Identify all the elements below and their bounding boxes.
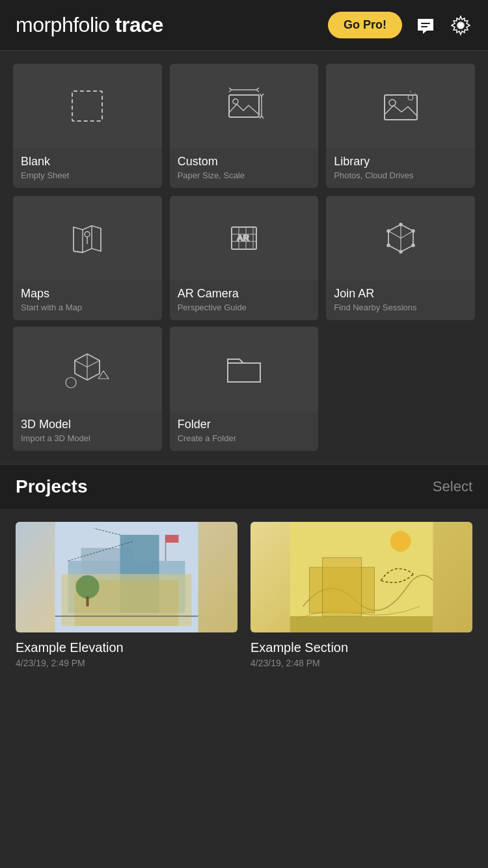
app-logo: morphfolio trace — [16, 13, 163, 37]
projects-header: Projects Select — [0, 464, 488, 509]
ar-camera-title: AR Camera — [178, 287, 311, 301]
svg-point-46 — [76, 575, 100, 599]
go-pro-button[interactable]: Go Pro! — [328, 12, 402, 38]
ar-camera-subtitle: Perspective Guide — [178, 303, 311, 312]
grid-item-join-ar[interactable]: Join AR Find Nearby Sessions — [326, 196, 475, 320]
grid-item-3d-model[interactable]: 3D Model Import a 3D Model — [13, 327, 162, 451]
projects-title: Projects — [16, 476, 88, 497]
project-thumbnail-elevation — [16, 522, 237, 632]
maps-title: Maps — [21, 287, 154, 301]
svg-point-28 — [400, 223, 402, 226]
svg-point-36 — [66, 377, 76, 388]
svg-rect-54 — [290, 616, 433, 632]
svg-point-31 — [400, 251, 402, 253]
svg-point-11 — [389, 100, 396, 106]
join-ar-icon — [326, 196, 475, 280]
app-header: morphfolio trace Go Pro! — [0, 0, 488, 51]
folder-subtitle: Create a Folder — [178, 433, 311, 443]
blank-subtitle: Empty Sheet — [21, 170, 154, 180]
svg-rect-6 — [229, 95, 259, 117]
svg-rect-1 — [421, 26, 427, 27]
chat-icon[interactable] — [414, 14, 437, 37]
svg-line-14 — [414, 93, 416, 94]
header-actions: Go Pro! — [328, 12, 472, 38]
new-item-grid: Blank Empty Sheet Custom Paper — [0, 51, 488, 327]
svg-rect-0 — [421, 23, 430, 24]
custom-icon — [170, 64, 319, 148]
ar-camera-icon: AR — [170, 196, 319, 280]
project-item-section[interactable]: Example Section 4/23/19, 2:48 PM — [251, 522, 472, 668]
svg-point-29 — [412, 230, 414, 232]
project-title-section: Example Section — [251, 640, 472, 655]
grid-item-library[interactable]: Library Photos, Cloud Drives — [326, 64, 475, 188]
settings-icon[interactable] — [449, 14, 472, 37]
grid-item-blank[interactable]: Blank Empty Sheet — [13, 64, 162, 188]
new-item-grid-bottom: 3D Model Import a 3D Model Folder Create… — [0, 327, 488, 464]
project-date-section: 4/23/19, 2:48 PM — [251, 658, 472, 668]
svg-text:AR: AR — [237, 233, 249, 243]
svg-rect-53 — [323, 558, 362, 616]
project-date-elevation: 4/23/19, 2:49 PM — [16, 658, 237, 668]
svg-rect-5 — [72, 91, 102, 121]
3d-model-subtitle: Import a 3D Model — [21, 433, 154, 443]
empty-grid-cell — [326, 327, 475, 451]
svg-rect-45 — [166, 535, 179, 543]
grid-item-folder[interactable]: Folder Create a Folder — [170, 327, 319, 451]
maps-subtitle: Start with a Map — [21, 303, 154, 312]
svg-point-51 — [390, 531, 411, 552]
join-ar-title: Join AR — [334, 287, 467, 301]
project-item-elevation[interactable]: Example Elevation 4/23/19, 2:49 PM — [16, 522, 237, 668]
projects-select-button[interactable]: Select — [433, 478, 472, 495]
folder-title: Folder — [178, 418, 311, 431]
svg-point-7 — [233, 99, 238, 104]
library-icon — [326, 64, 475, 148]
3d-model-title: 3D Model — [21, 418, 154, 431]
svg-rect-47 — [87, 597, 89, 606]
join-ar-subtitle: Find Nearby Sessions — [334, 303, 467, 312]
blank-icon — [13, 64, 162, 148]
grid-item-ar-camera[interactable]: AR AR Camera Perspective Guide — [170, 196, 319, 320]
svg-point-30 — [412, 244, 414, 247]
maps-icon — [13, 196, 162, 280]
custom-subtitle: Paper Size, Scale — [178, 170, 311, 180]
projects-list: Example Elevation 4/23/19, 2:49 PM — [0, 509, 488, 688]
svg-point-32 — [387, 244, 390, 247]
svg-point-12 — [408, 95, 413, 100]
svg-rect-10 — [385, 95, 417, 120]
project-title-elevation: Example Elevation — [16, 640, 237, 655]
custom-title: Custom — [178, 155, 311, 169]
grid-item-custom[interactable]: Custom Paper Size, Scale — [170, 64, 319, 188]
3d-model-icon — [13, 327, 162, 411]
grid-item-maps[interactable]: Maps Start with a Map — [13, 196, 162, 320]
library-subtitle: Photos, Cloud Drives — [334, 170, 467, 180]
svg-point-4 — [459, 23, 463, 27]
svg-point-33 — [387, 230, 390, 232]
project-thumbnail-section — [251, 522, 472, 632]
svg-point-18 — [85, 232, 90, 237]
library-title: Library — [334, 155, 467, 169]
folder-icon — [170, 327, 319, 411]
blank-title: Blank — [21, 155, 154, 169]
